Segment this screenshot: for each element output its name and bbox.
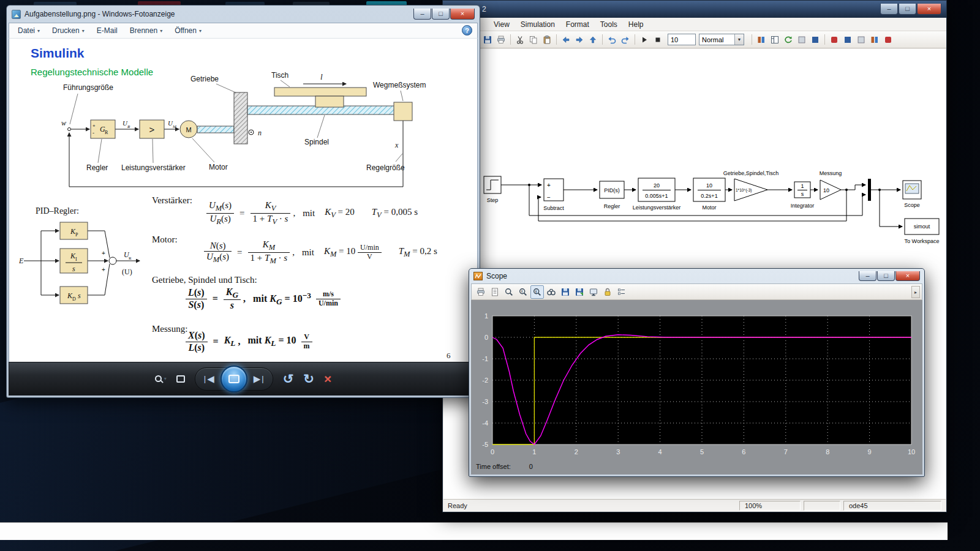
paste-icon[interactable] — [540, 33, 554, 47]
var-n: n — [258, 129, 262, 137]
menu-simulation[interactable]: Simulation — [515, 19, 560, 30]
simulink-titlebar[interactable]: 2 – □ × — [443, 1, 946, 18]
copy-icon[interactable] — [527, 33, 540, 47]
print-icon[interactable] — [474, 285, 488, 299]
simulink-toolbar-right — [749, 33, 827, 47]
next-button[interactable]: ▶ | — [254, 373, 264, 384]
eq-label-motor: Motor: — [152, 234, 178, 245]
parameters-icon[interactable] — [488, 285, 502, 299]
build-model-icon[interactable] — [795, 33, 809, 47]
back-icon[interactable] — [559, 33, 573, 47]
minimize-icon: – — [865, 272, 869, 279]
save-icon[interactable] — [481, 33, 494, 47]
photo-menubar: Datei▾Drucken▾E-MailBrennen▾Öffnen▾ — [9, 23, 478, 39]
status-solver: ode45 — [843, 501, 941, 511]
signal-selection-icon[interactable] — [615, 285, 628, 299]
actual-size-button[interactable] — [176, 375, 185, 383]
scope-plot-svg[interactable]: 01234567891010-1-2-3-4-5 — [471, 300, 924, 460]
magnifier-icon — [155, 375, 162, 382]
close-button[interactable]: × — [895, 271, 920, 281]
menu-view[interactable]: View — [488, 19, 515, 30]
start-simulation-icon[interactable] — [638, 33, 651, 47]
label-regelgroesse: Regelgröße — [366, 163, 405, 172]
photo-titlebar[interactable]: Aufgabenstellung.png - Windows-Fotoanzei… — [7, 6, 480, 23]
menu-email[interactable]: E-Mail — [97, 26, 118, 35]
sim-mode-select[interactable]: Normal ▼ — [699, 34, 744, 45]
window-controls: – □ × — [880, 4, 941, 15]
menu-brennen[interactable]: Brennen▾ — [130, 26, 162, 35]
help-button[interactable]: ? — [462, 25, 472, 36]
forward-icon[interactable] — [573, 33, 586, 47]
zoom-button[interactable]: ▾ — [155, 375, 167, 382]
subtract-minus: − — [547, 194, 551, 201]
minimize-icon: – — [887, 6, 891, 12]
highlight-signal-icon[interactable] — [854, 33, 868, 47]
remove-highlight-icon[interactable] — [881, 33, 895, 47]
minimize-button[interactable]: – — [880, 4, 898, 15]
minimize-button[interactable]: – — [413, 9, 431, 20]
floating-scope-icon[interactable] — [587, 285, 600, 299]
slideshow-button[interactable] — [221, 365, 247, 392]
zoom-x-icon[interactable]: x — [516, 285, 530, 299]
menu-drucken[interactable]: Drucken▾ — [52, 26, 85, 35]
minimize-button[interactable]: – — [859, 271, 876, 281]
menu-help[interactable]: Help — [623, 19, 649, 30]
maximize-button[interactable]: □ — [432, 9, 450, 20]
redo-icon[interactable] — [619, 33, 632, 47]
motor-m: M — [186, 126, 191, 133]
restore-axes-icon[interactable] — [573, 285, 586, 299]
maximize-button[interactable]: □ — [899, 4, 916, 15]
menu-öffnen[interactable]: Öffnen▾ — [175, 26, 202, 35]
svg-text:-3: -3 — [482, 398, 488, 405]
model-explorer-icon[interactable] — [809, 33, 822, 47]
toolbar-separator — [510, 34, 511, 45]
wegmess-box — [394, 102, 412, 121]
svg-text:1: 1 — [484, 312, 488, 320]
library-link-icon[interactable] — [868, 33, 881, 47]
block-step[interactable] — [484, 176, 501, 193]
model-browser-icon[interactable] — [768, 33, 782, 47]
scope-titlebar[interactable]: Scope – □ × — [469, 269, 924, 283]
block-mux[interactable] — [868, 179, 871, 201]
menu-format[interactable]: Format — [560, 19, 595, 30]
var-l: l — [320, 72, 323, 81]
previous-button[interactable]: | ◀ — [204, 373, 214, 384]
rotate-ccw-button[interactable]: ↺ — [283, 372, 294, 386]
photo-viewer-icon — [12, 10, 21, 19]
delete-button[interactable]: × — [324, 372, 331, 386]
maximize-button[interactable]: □ — [877, 271, 895, 281]
zoom-y-icon[interactable]: y — [530, 285, 544, 299]
model-advisor-icon[interactable] — [841, 33, 854, 47]
background-window-strip — [0, 522, 948, 540]
undo-icon[interactable] — [605, 33, 619, 47]
stop-simulation-icon[interactable] — [651, 33, 665, 47]
zoom-icon[interactable] — [502, 285, 516, 299]
label-spindel: Spindel — [304, 138, 329, 146]
library-browser-icon[interactable] — [755, 33, 768, 47]
lock-axes-icon[interactable] — [601, 285, 614, 299]
debug-model-icon[interactable] — [827, 33, 841, 47]
sim-time-input[interactable] — [668, 34, 696, 45]
block-label: Subtract — [543, 205, 564, 211]
autoscale-icon[interactable] — [545, 285, 558, 299]
rotate-cw-button[interactable]: ↻ — [303, 372, 314, 386]
close-button[interactable]: × — [917, 4, 941, 15]
dropdown-caret-icon: ▾ — [160, 28, 162, 34]
toolbar-handle[interactable]: ▸ — [911, 286, 920, 298]
simulink-menubar: ViewSimulationFormatToolsHelp — [443, 18, 946, 31]
update-diagram-icon[interactable] — [782, 33, 795, 47]
label-regler: Regler — [86, 163, 108, 172]
save-axes-icon[interactable] — [559, 285, 572, 299]
svg-text:-5: -5 — [482, 441, 488, 448]
time-offset: Time offset: 0 — [476, 463, 533, 470]
close-button[interactable]: × — [450, 9, 475, 20]
menu-datei[interactable]: Datei▾ — [18, 26, 40, 35]
print-icon[interactable] — [494, 33, 508, 47]
block-label: Scope — [904, 202, 920, 208]
subtract-plus: + — [547, 182, 551, 189]
var-x: x — [394, 141, 399, 149]
tf1-den: 0.005s+1 — [645, 193, 668, 199]
cut-icon[interactable] — [513, 33, 527, 47]
up-icon[interactable] — [586, 33, 600, 47]
menu-tools[interactable]: Tools — [595, 19, 623, 30]
